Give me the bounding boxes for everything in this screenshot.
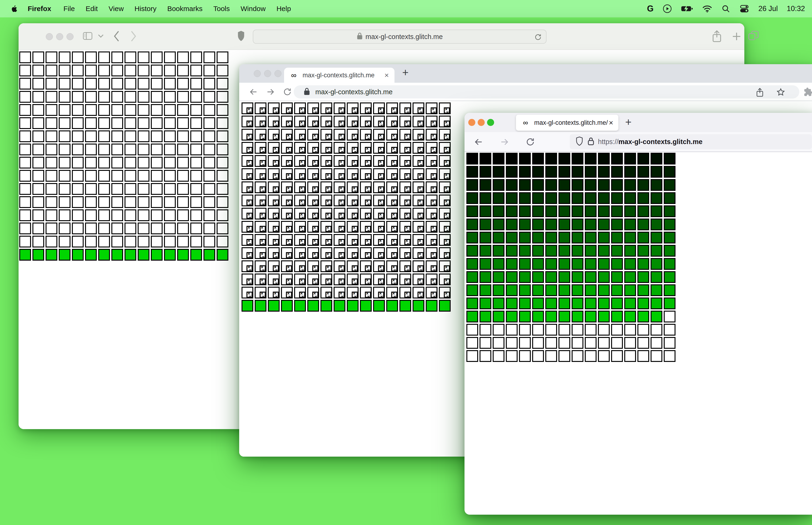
privacy-shield-icon[interactable]: [237, 30, 245, 43]
new-tab-button[interactable]: +: [625, 116, 631, 128]
canvas-cell: [217, 170, 228, 182]
reload-button[interactable]: [283, 87, 292, 97]
share-icon[interactable]: [756, 88, 764, 98]
menu-item-bookmarks[interactable]: Bookmarks: [167, 5, 202, 13]
canvas-cell: [111, 117, 123, 129]
back-button[interactable]: [249, 87, 258, 97]
canvas-cell: [32, 223, 44, 234]
canvas-cell: [466, 179, 478, 191]
canvas-cell: [479, 153, 491, 165]
broken-image-icon: ×: [273, 107, 279, 114]
broken-image-icon: ×: [286, 107, 292, 114]
chevron-down-icon[interactable]: [98, 34, 104, 39]
tab-title: max-gl-contexts.glitch.me/: [534, 119, 608, 126]
wifi-icon[interactable]: [702, 4, 713, 13]
reload-button[interactable]: [525, 137, 535, 148]
canvas-cell: [203, 196, 215, 208]
canvas-cell: [506, 205, 518, 217]
canvas-cell: [638, 284, 649, 296]
minimize-window-button[interactable]: [264, 70, 271, 77]
bookmark-star-icon[interactable]: [776, 88, 785, 97]
canvas-cell: ×: [347, 208, 358, 220]
menu-item-window[interactable]: Window: [241, 5, 266, 13]
broken-image-icon: ×: [260, 173, 266, 179]
broken-image-icon: ×: [391, 173, 397, 179]
back-button[interactable]: [113, 30, 120, 43]
extensions-puzzle-icon[interactable]: [803, 87, 812, 98]
minimize-window-button[interactable]: [56, 33, 63, 40]
back-button[interactable]: [474, 137, 483, 148]
canvas-cell: [479, 219, 491, 230]
close-tab-icon[interactable]: ×: [609, 118, 613, 127]
canvas-cell: [558, 179, 570, 191]
canvas-cell: [545, 324, 557, 335]
zoom-window-button[interactable]: [274, 70, 281, 77]
chrome-address-bar[interactable]: max-gl-contexts.glitch.me: [294, 85, 799, 99]
canvas-cell: [624, 271, 636, 283]
menu-item-tools[interactable]: Tools: [213, 5, 230, 13]
canvas-cell: ×: [426, 155, 438, 167]
canvas-cell: ×: [373, 195, 385, 206]
chrome-active-tab[interactable]: ∞ max-gl-contexts.glitch.me ×: [284, 68, 395, 83]
broken-image-icon: ×: [431, 252, 437, 258]
canvas-cell: [413, 300, 424, 312]
menu-item-history[interactable]: History: [135, 5, 156, 13]
firefox-active-tab[interactable]: ∞ max-gl-contexts.glitch.me/ ×: [516, 115, 618, 131]
menubar-clock[interactable]: 10:32: [787, 4, 805, 13]
canvas-cell: [98, 209, 110, 221]
forward-button[interactable]: [266, 87, 275, 97]
google-status-icon[interactable]: G: [647, 4, 654, 14]
broken-image-icon: ×: [431, 265, 437, 271]
broken-image-icon: ×: [260, 134, 266, 140]
canvas-cell: [177, 91, 189, 103]
broken-image-icon: ×: [431, 134, 437, 140]
new-tab-icon[interactable]: [731, 31, 742, 43]
search-icon[interactable]: [721, 4, 730, 13]
canvas-cell: [585, 337, 597, 349]
canvas-cell: [664, 192, 675, 204]
zoom-window-button[interactable]: [66, 33, 74, 40]
forward-button[interactable]: [500, 137, 509, 148]
menu-item-edit[interactable]: Edit: [86, 5, 98, 13]
close-tab-icon[interactable]: ×: [384, 71, 389, 80]
canvas-cell: [124, 117, 136, 129]
canvas-cell: [558, 311, 570, 322]
close-window-button[interactable]: [468, 119, 475, 126]
battery-charging-icon[interactable]: [681, 4, 693, 13]
close-window-button[interactable]: [46, 33, 53, 40]
canvas-cell: [111, 223, 123, 234]
share-icon[interactable]: [712, 30, 722, 44]
control-center-icon[interactable]: [739, 4, 750, 13]
menubar-date[interactable]: 26 Jul: [759, 4, 778, 13]
reload-icon[interactable]: [534, 33, 542, 43]
canvas-cell: [611, 337, 623, 349]
broken-image-icon: ×: [444, 226, 450, 232]
canvas-cell: [72, 196, 83, 208]
sidebar-icon[interactable]: [82, 31, 93, 42]
minimize-window-button[interactable]: [478, 119, 485, 126]
new-tab-button[interactable]: +: [402, 66, 409, 79]
safari-address-bar[interactable]: max-gl-contexts.glitch.me: [253, 30, 547, 44]
canvas-cell: [664, 205, 675, 217]
canvas-cell: [493, 192, 504, 204]
play-circle-icon[interactable]: [662, 4, 672, 13]
canvas-cell: [624, 232, 636, 243]
menu-item-view[interactable]: View: [109, 5, 124, 13]
canvas-cell: ×: [360, 195, 372, 206]
broken-image-icon: ×: [404, 199, 411, 206]
canvas-cell: [650, 153, 662, 165]
apple-menu-icon[interactable]: [10, 4, 18, 13]
forward-button[interactable]: [130, 30, 137, 43]
menu-item-file[interactable]: File: [63, 5, 75, 13]
tab-overview-icon[interactable]: [748, 30, 759, 43]
broken-image-icon: ×: [299, 265, 305, 271]
firefox-address-bar[interactable]: https:// max-gl-contexts.glitch.me: [570, 134, 812, 149]
canvas-cell: [151, 249, 163, 260]
canvas-cell: [59, 196, 71, 208]
close-window-button[interactable]: [254, 70, 261, 77]
canvas-cell: [111, 65, 123, 76]
menu-item-app-firefox[interactable]: Firefox: [28, 5, 51, 13]
zoom-window-button[interactable]: [487, 119, 494, 126]
menu-item-help[interactable]: Help: [277, 5, 291, 13]
firefox-tab-bar: ∞ max-gl-contexts.glitch.me/ × +: [464, 113, 812, 132]
